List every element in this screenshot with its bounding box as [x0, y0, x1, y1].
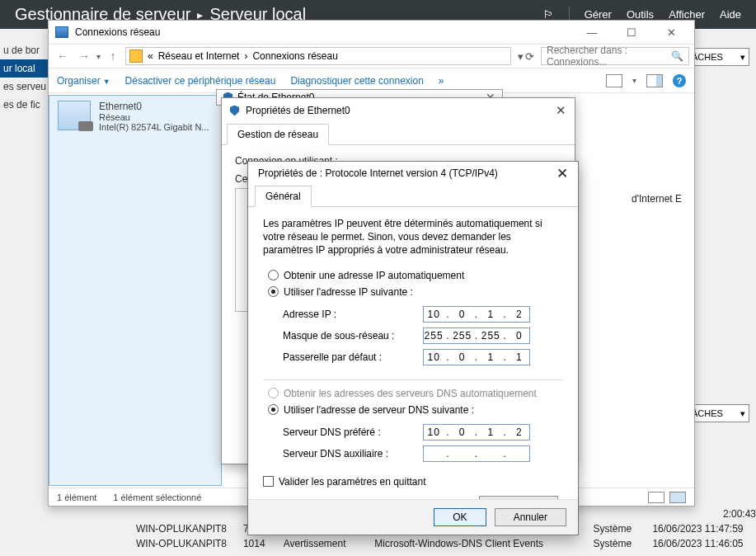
- intro-text: Les paramètres IP peuvent être déterminé…: [263, 217, 563, 257]
- checkbox-icon: [263, 476, 274, 487]
- side-text-fragment: d'Internet E: [632, 193, 682, 205]
- adapter-hardware: Intel(R) 82574L Gigabit N...: [99, 122, 209, 132]
- gateway-input[interactable]: 10. 0. 1. 1: [423, 349, 530, 365]
- details-view-button[interactable]: [648, 492, 664, 503]
- history-dropdown-icon[interactable]: ▾: [96, 52, 101, 61]
- event-time-fragment: 2:00:43: [723, 508, 756, 520]
- radio-label: Utiliser l'adresse de serveur DNS suivan…: [284, 404, 474, 416]
- breadcrumb-segment[interactable]: Connexions réseau: [252, 50, 337, 62]
- radio-icon: [268, 404, 279, 415]
- event-host: WIN-OPLUKANPIT8: [136, 538, 232, 549]
- tab-strip: Général: [248, 185, 578, 207]
- title-bar[interactable]: Propriétés de : Protocole Internet versi…: [248, 162, 578, 185]
- dns1-label: Serveur DNS préféré :: [283, 426, 423, 438]
- tab-general[interactable]: Général: [255, 186, 312, 207]
- help-icon[interactable]: ?: [673, 74, 686, 87]
- subnet-mask-input[interactable]: 255. 255. 255. 0: [423, 327, 530, 344]
- event-id: 1014: [243, 538, 272, 549]
- dialog-title: Propriétés de Ethernet0: [246, 105, 350, 116]
- radio-icon: [268, 270, 279, 280]
- maximize-button[interactable]: ☐: [615, 23, 648, 41]
- close-button[interactable]: ✕: [655, 23, 688, 41]
- dialog-button-row: OK Annuler: [248, 499, 578, 535]
- sidebar-file-services[interactable]: es de fic: [0, 96, 49, 114]
- adapter-network: Réseau: [99, 112, 209, 122]
- chevron-right-icon: ›: [244, 50, 247, 62]
- breadcrumb-ellipsis[interactable]: «: [148, 50, 153, 62]
- tasks-dropdown[interactable]: ÂCHES ▾: [688, 404, 749, 422]
- sidebar-local-server[interactable]: ur local: [0, 59, 49, 78]
- menu-outils[interactable]: Outils: [627, 8, 654, 21]
- tab-network-management[interactable]: Gestion de réseau: [227, 124, 329, 145]
- radio-manual-ip[interactable]: Utiliser l'adresse IP suivante :: [263, 284, 563, 300]
- item-count: 1 élément: [57, 492, 96, 502]
- ethernet-adapter-icon: [58, 101, 91, 130]
- disable-device-button[interactable]: Désactiver ce périphérique réseau: [125, 75, 276, 87]
- radio-label: Obtenir une adresse IP automatiquement: [284, 270, 464, 281]
- sidebar-all-servers[interactable]: es serveu: [0, 78, 49, 96]
- menu-afficher[interactable]: Afficher: [669, 8, 705, 21]
- ipv4-properties-dialog: Propriétés de : Protocole Internet versi…: [247, 161, 579, 535]
- close-button[interactable]: ✕: [556, 103, 566, 118]
- title-bar[interactable]: Propriétés de Ethernet0 ✕: [222, 98, 575, 123]
- up-button[interactable]: ↑: [104, 47, 122, 65]
- more-commands-button[interactable]: »: [439, 75, 444, 87]
- organize-menu[interactable]: Organiser▼: [57, 75, 110, 87]
- window-title: Connexions réseau: [75, 26, 160, 38]
- radio-icon: [268, 286, 279, 297]
- selected-count: 1 élément sélectionné: [113, 492, 201, 502]
- flag-icon[interactable]: 🏳: [543, 8, 554, 21]
- server-manager-sidebar: u de bor ur local es serveu es de fic: [0, 41, 49, 114]
- event-source: Microsoft-Windows-DNS Client Events: [374, 538, 581, 549]
- icons-view-button[interactable]: [669, 492, 686, 503]
- view-icons-button[interactable]: [606, 74, 622, 87]
- forward-button[interactable]: →: [75, 47, 93, 65]
- dropdown-icon[interactable]: ▾: [518, 50, 524, 63]
- adapter-name: Ethernet0: [99, 101, 209, 112]
- radio-label: Obtenir les adresses des serveurs DNS au…: [284, 388, 537, 399]
- refresh-icon[interactable]: ⟳: [525, 50, 534, 63]
- chevron-down-icon: ▾: [740, 52, 745, 63]
- cancel-button[interactable]: Annuler: [495, 508, 566, 526]
- dns2-input[interactable]: . . .: [423, 445, 530, 462]
- ip-address-input[interactable]: 10. 0. 1. 2: [423, 306, 530, 323]
- radio-auto-ip[interactable]: Obtenir une adresse IP automatiquement: [263, 267, 563, 284]
- ip-address-label: Adresse IP :: [283, 309, 423, 320]
- radio-icon: [268, 388, 279, 398]
- dns1-input[interactable]: 10. 0. 1. 2: [423, 424, 530, 441]
- preview-pane-button[interactable]: [646, 74, 663, 87]
- tab-strip: Gestion de réseau: [222, 123, 575, 145]
- back-button[interactable]: ←: [54, 47, 72, 65]
- chevron-down-icon: ▾: [740, 408, 745, 419]
- breadcrumb[interactable]: « Réseau et Internet › Connexions réseau: [125, 47, 511, 65]
- search-placeholder: Rechercher dans : Connexions...: [547, 45, 666, 68]
- shield-icon: [230, 106, 239, 116]
- subnet-mask-label: Masque de sous-réseau :: [283, 330, 423, 342]
- breadcrumb-segment[interactable]: Réseau et Internet: [158, 50, 240, 62]
- menu-gerer[interactable]: Gérer: [585, 8, 612, 21]
- tasks-dropdown[interactable]: ÂCHES ▾: [688, 48, 749, 66]
- table-row[interactable]: WIN-OPLUKANPIT8 1014 Avertissement Micro…: [136, 536, 756, 551]
- network-connections-icon: [55, 26, 68, 38]
- event-category: Système: [593, 538, 641, 549]
- gateway-label: Passerelle par défaut :: [283, 351, 423, 363]
- title-bar[interactable]: Connexions réseau — ☐ ✕: [49, 21, 694, 44]
- ok-button[interactable]: OK: [434, 508, 486, 526]
- network-adapter-item[interactable]: Ethernet0 Réseau Intel(R) 82574L Gigabit…: [49, 95, 222, 486]
- close-button[interactable]: ✕: [556, 165, 568, 182]
- event-time: 16/06/2023 11:46:05: [652, 538, 756, 549]
- chevron-down-icon[interactable]: ▾: [632, 76, 636, 85]
- event-host: WIN-OPLUKANPIT8: [136, 523, 232, 535]
- minimize-button[interactable]: —: [575, 23, 608, 41]
- validate-on-exit-checkbox[interactable]: Valider les paramètres en quittant: [263, 471, 563, 492]
- event-category: Système: [593, 523, 641, 535]
- menu-aide[interactable]: Aide: [720, 8, 741, 21]
- radio-manual-dns[interactable]: Utiliser l'adresse de serveur DNS suivan…: [263, 402, 563, 418]
- address-bar: ← → ▾ ↑ « Réseau et Internet › Connexion…: [49, 44, 694, 68]
- search-icon: 🔍: [671, 50, 683, 62]
- diagnose-connection-button[interactable]: Diagnostiquer cette connexion: [290, 75, 423, 87]
- search-input[interactable]: Rechercher dans : Connexions... 🔍: [541, 47, 689, 65]
- tasks-label: ÂCHES: [692, 408, 723, 418]
- sidebar-dashboard[interactable]: u de bor: [0, 41, 49, 59]
- folder-icon: [129, 49, 143, 63]
